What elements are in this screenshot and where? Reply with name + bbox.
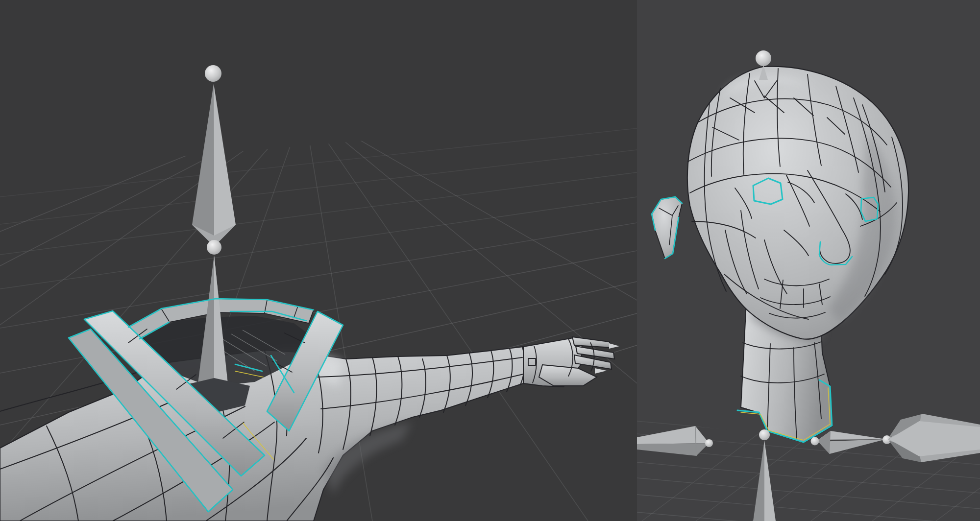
- viewport-split-view: [0, 0, 980, 521]
- clavicle-left-sphere[interactable]: [705, 439, 713, 447]
- bone-tail-sphere[interactable]: [205, 65, 221, 82]
- right-viewport-canvas[interactable]: [637, 0, 980, 521]
- shoulder-bone-large[interactable]: [888, 414, 980, 462]
- bone-joint-sphere[interactable]: [207, 240, 221, 255]
- armature-bone-upper[interactable]: [192, 65, 236, 255]
- head-bone-sphere[interactable]: [756, 50, 771, 66]
- clavicle-right-head-sphere[interactable]: [811, 437, 819, 446]
- clavicle-bone-left[interactable]: [637, 426, 713, 456]
- neck-root-sphere[interactable]: [759, 429, 770, 440]
- head-mesh[interactable]: [652, 67, 908, 339]
- ear-mesh: [652, 197, 682, 259]
- left-viewport-scene: [0, 0, 637, 521]
- hand-mesh[interactable]: [523, 337, 619, 387]
- thumb: [539, 365, 597, 386]
- right-viewport-scene: [637, 0, 980, 521]
- left-viewport-canvas[interactable]: [0, 0, 637, 521]
